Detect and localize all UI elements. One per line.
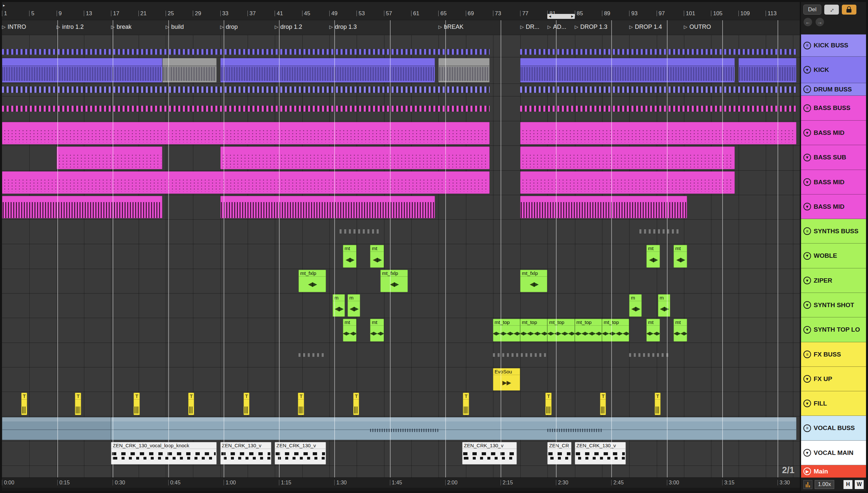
track-header-fx-buss-13[interactable]: ≡FX BUSS <box>801 342 866 367</box>
clip[interactable] <box>2 122 490 145</box>
clip[interactable] <box>2 171 490 194</box>
lane-synth-top-lo-12[interactable]: mtmtmt_topmt_topmt_topmt_topmt_topmtmt <box>2 318 800 343</box>
track-header-vocal-buss-16[interactable]: ≡VOCAL BUSS <box>801 416 866 441</box>
clip[interactable]: mt <box>646 319 660 342</box>
clip[interactable]: mt_top <box>547 319 574 342</box>
lane-bass-mid-6[interactable] <box>2 171 800 195</box>
clip[interactable] <box>299 353 326 357</box>
clip[interactable]: ZEN_CRK_130_v <box>462 442 517 465</box>
clip[interactable]: ZEN_CR <box>547 442 571 465</box>
clip[interactable]: T <box>463 393 469 415</box>
clip[interactable]: mt <box>674 245 687 268</box>
track-header-fill-15[interactable]: ▼FILL <box>801 391 866 416</box>
lane-drum-buss-2[interactable] <box>2 84 800 97</box>
lane-bass-mid-4[interactable] <box>2 121 800 146</box>
clip[interactable]: mt_fxlp <box>380 270 408 292</box>
clip[interactable] <box>111 417 796 440</box>
playback-speed-control[interactable]: 1.00x <box>815 480 834 489</box>
clip[interactable]: T <box>133 393 140 415</box>
clip[interactable] <box>2 49 490 55</box>
track-header-main-18[interactable]: ▶Main <box>801 465 866 478</box>
track-header-kick-1[interactable]: ▼KICK <box>801 57 866 83</box>
clip[interactable] <box>520 122 797 145</box>
clip[interactable]: mt_fxlp <box>520 270 547 292</box>
clip[interactable]: T <box>600 393 606 415</box>
clip[interactable] <box>220 58 435 83</box>
clip[interactable]: mt <box>674 319 687 342</box>
locator-intro-1-2[interactable]: ▷intro 1.2 <box>57 23 84 30</box>
back-button[interactable]: ← <box>803 18 812 26</box>
track-header-synth-shot-11[interactable]: ▼SYNTH SHOT <box>801 293 866 317</box>
locator-break[interactable]: ▷break <box>111 23 132 30</box>
clip[interactable] <box>2 106 490 112</box>
clip[interactable]: T <box>188 393 194 415</box>
clip[interactable] <box>547 429 602 432</box>
clip[interactable]: m <box>629 294 642 317</box>
clip[interactable] <box>520 58 735 83</box>
track-header-synths-buss-8[interactable]: ≡SYNTHS BUSS <box>801 219 866 243</box>
clip[interactable]: mt_top <box>493 319 520 342</box>
clip[interactable] <box>162 58 217 83</box>
clip[interactable]: m <box>333 294 345 317</box>
lane-bass-mid-7[interactable] <box>2 195 800 220</box>
locator-drop-1-3[interactable]: ▷drop 1.3 <box>329 23 357 30</box>
lane-fill-15[interactable]: TTTTTTTTTTT <box>2 392 800 416</box>
clip[interactable]: T <box>21 393 27 415</box>
locator-drop-1-2[interactable]: ▷drop 1.2 <box>275 23 302 30</box>
clip[interactable]: m <box>658 294 670 317</box>
clip[interactable] <box>220 146 490 169</box>
lane-fx-up-14[interactable]: EvoSou <box>2 367 800 392</box>
lane-main-18[interactable] <box>2 466 800 477</box>
locator-drop[interactable]: ▷drop <box>220 23 238 30</box>
lane-ziper-10[interactable]: mt_fxlpmt_fxlpmt_fxlp <box>2 269 800 294</box>
locator-drop-1-4[interactable]: ▷DROP 1.4 <box>629 23 661 30</box>
clip[interactable] <box>738 58 797 83</box>
forward-button[interactable]: → <box>815 18 824 26</box>
clip[interactable] <box>520 86 797 93</box>
lane-fx-buss-13[interactable] <box>2 343 800 367</box>
clip[interactable]: m <box>348 294 360 317</box>
clip[interactable]: mt_top <box>602 319 629 342</box>
lane-bass-sub-5[interactable] <box>2 146 800 171</box>
clip[interactable] <box>220 196 435 218</box>
locator-build[interactable]: ▷build <box>166 23 184 30</box>
width-zoom-button[interactable]: W <box>855 480 864 489</box>
clip[interactable] <box>520 146 735 169</box>
track-header-bass-mid-7[interactable]: ▼BASS MID <box>801 194 866 219</box>
lane-kick-1[interactable] <box>2 57 800 84</box>
clip[interactable] <box>639 229 680 234</box>
clip[interactable]: ZEN_CRK_130_v <box>275 442 326 465</box>
clip[interactable]: T <box>298 393 304 415</box>
locator-row[interactable]: ▷INTRO▷intro 1.2▷break▷build▷drop▷drop 1… <box>2 20 800 35</box>
clip[interactable] <box>2 417 111 440</box>
clip[interactable] <box>2 196 162 218</box>
audition-waveform-button[interactable] <box>803 480 812 489</box>
clip[interactable] <box>2 58 162 83</box>
clip[interactable]: mt_fxlp <box>299 270 326 292</box>
clip[interactable] <box>520 171 735 194</box>
track-header-ziper-10[interactable]: ▼ZIPER <box>801 269 866 293</box>
clip[interactable]: mt_top <box>575 319 602 342</box>
lock-button[interactable] <box>842 5 856 15</box>
loop-brace[interactable]: ◄► <box>547 14 574 19</box>
locator-drop-1-3[interactable]: ▷DROP 1.3 <box>575 23 607 30</box>
clip[interactable] <box>2 86 490 93</box>
clip[interactable]: T <box>243 393 250 415</box>
lane-synth-shot-11[interactable]: mmmm <box>2 294 800 318</box>
zoom-fit-button[interactable]: ↔ <box>824 5 839 15</box>
track-header-woble-9[interactable]: ▼WOBLE <box>801 243 866 269</box>
track-header-synth-top-lo-12[interactable]: ▼SYNTH TOP LO <box>801 317 866 342</box>
clip[interactable]: mt_top <box>520 319 547 342</box>
clip[interactable] <box>57 146 162 169</box>
clip[interactable]: mt <box>646 245 660 268</box>
clip[interactable]: mt <box>343 245 356 268</box>
track-header-drum-buss-2[interactable]: ≡DRUM BUSS <box>801 83 866 96</box>
track-header-bass-buss-3[interactable]: ≡BASS BUSS <box>801 96 866 121</box>
time-ruler[interactable]: 0:000:150:300:451:001:151:301:452:002:15… <box>2 477 800 488</box>
clip[interactable] <box>520 106 797 112</box>
track-header-vocal-main-17[interactable]: ▼VOCAL MAIN <box>801 441 866 465</box>
track-header-bass-mid-4[interactable]: ▼BASS MID <box>801 121 866 145</box>
clip[interactable]: EvoSou <box>493 368 520 391</box>
track-header-fx-up-14[interactable]: ▼FX UP <box>801 367 866 391</box>
lane-vocal-buss-16[interactable] <box>2 416 800 441</box>
